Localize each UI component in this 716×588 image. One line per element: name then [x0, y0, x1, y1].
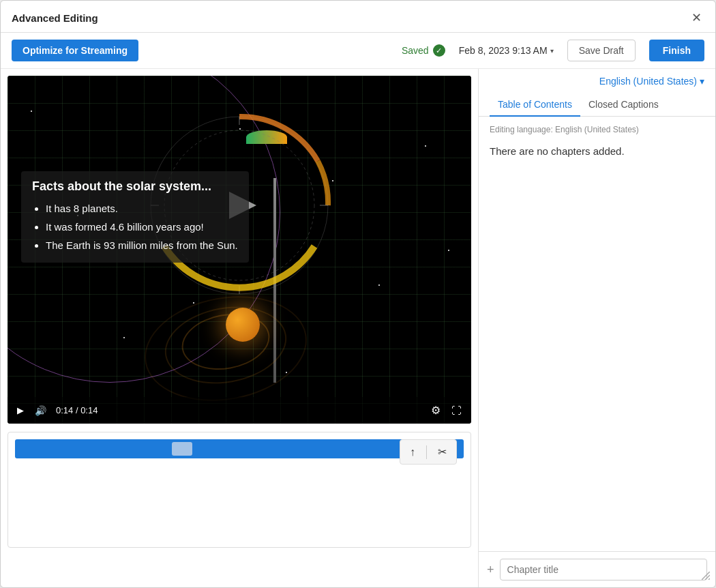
language-button[interactable]: English (United States) ▾ [599, 76, 704, 87]
caption-item-3: The Earth is 93 million miles from the S… [46, 236, 238, 254]
caption-item-2: It was formed 4.6 billion years ago! [46, 218, 238, 236]
no-chapters-text: There are no chapters added. [490, 145, 704, 157]
advanced-editing-window: Advanced Editing ✕ Optimize for Streamin… [0, 0, 716, 588]
settings-button[interactable]: ⚙ [430, 402, 442, 418]
resize-handle[interactable] [702, 571, 710, 582]
finish-button[interactable]: Finish [649, 40, 704, 61]
play-icon: ▶ [17, 405, 24, 415]
close-button[interactable]: ✕ [689, 10, 704, 25]
planet [226, 308, 260, 342]
tabs-bar: Table of Contents Closed Captions [479, 93, 715, 117]
scissors-button[interactable]: ✂ [435, 444, 449, 460]
svg-line-9 [708, 578, 710, 580]
lang-selector: English (United States) ▾ [479, 76, 715, 93]
add-icon: + [487, 563, 494, 576]
arrow-up-button[interactable]: ↑ [407, 445, 418, 460]
video-controls: ▶ 🔊 0:14 / 0:14 ⚙ ⛶ [8, 397, 471, 424]
toolbar-divider [426, 445, 427, 459]
time-display: 0:14 / 0:14 [56, 405, 98, 415]
fullscreen-icon: ⛶ [451, 405, 462, 416]
lang-chevron-icon: ▾ [700, 76, 704, 87]
toolbar: Optimize for Streaming Saved ✓ Feb 8, 20… [1, 33, 715, 69]
timeline-thumb[interactable] [172, 442, 192, 456]
tab-content: Editing language: English (United States… [479, 117, 715, 551]
tab-table-of-contents[interactable]: Table of Contents [490, 93, 580, 117]
volume-button[interactable]: 🔊 [33, 404, 48, 417]
left-panel: Facts about the solar system... It has 8… [1, 69, 478, 587]
fullscreen-button[interactable]: ⛶ [450, 403, 463, 417]
timeline-bar[interactable] [15, 439, 464, 458]
settings-icon: ⚙ [431, 404, 441, 417]
arrow-up-icon: ↑ [410, 446, 415, 458]
volume-icon: 🔊 [35, 405, 46, 416]
saved-label: Saved [402, 45, 429, 56]
video-background: Facts about the solar system... It has 8… [8, 76, 471, 424]
lang-label: English (United States) [599, 76, 697, 87]
add-chapter-button[interactable]: + [487, 563, 494, 576]
main-content: Facts about the solar system... It has 8… [1, 69, 715, 587]
save-draft-button[interactable]: Save Draft [567, 40, 636, 61]
caption-list: It has 8 planets. It was formed 4.6 bill… [32, 199, 238, 254]
caption-overlay: Facts about the solar system... It has 8… [21, 171, 249, 263]
edit-lang-note: Editing language: English (United States… [490, 125, 704, 134]
window-title: Advanced Editing [12, 12, 98, 24]
title-bar: Advanced Editing ✕ [1, 1, 715, 33]
play-button[interactable]: ▶ [16, 404, 25, 417]
video-player: Facts about the solar system... It has 8… [8, 76, 471, 424]
optimize-button[interactable]: Optimize for Streaming [12, 40, 138, 61]
chapter-input-area: + [479, 551, 715, 587]
saved-status: Saved ✓ [402, 44, 445, 57]
saved-check-icon: ✓ [433, 44, 445, 57]
tab-closed-captions[interactable]: Closed Captions [580, 93, 667, 117]
caption-item-1: It has 8 planets. [46, 199, 238, 218]
timeline-area: ↑ ✂ [8, 432, 471, 548]
right-panel: English (United States) ▾ Table of Conte… [478, 69, 715, 587]
timeline-toolbar: ↑ ✂ [400, 439, 457, 465]
caption-title: Facts about the solar system... [32, 179, 238, 194]
chapter-title-input[interactable] [500, 559, 707, 580]
resize-icon [702, 572, 710, 580]
date-button[interactable]: Feb 8, 2023 9:13 AM ▾ [459, 45, 554, 56]
scissors-icon: ✂ [438, 446, 447, 458]
date-label: Feb 8, 2023 9:13 AM [459, 45, 548, 56]
chevron-down-icon: ▾ [550, 47, 554, 55]
